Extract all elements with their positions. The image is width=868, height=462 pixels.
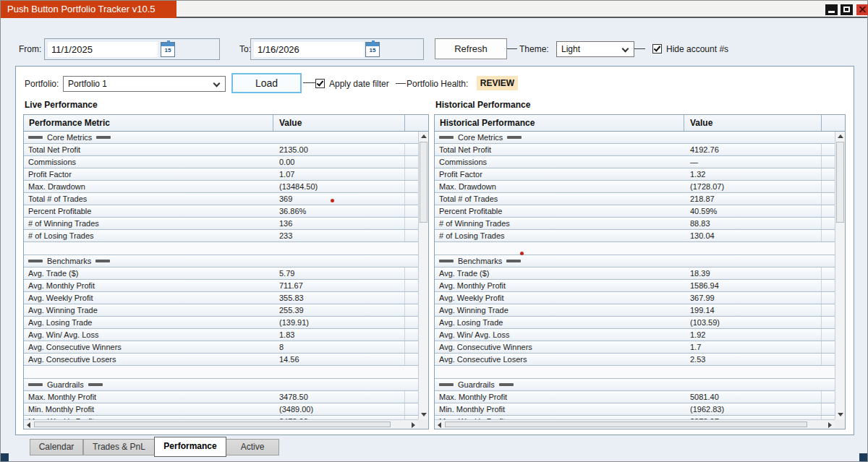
table-row[interactable]: Total # of Trades218.87 — [435, 193, 835, 205]
table-row[interactable]: Avg. Weekly Profit367.99 — [435, 292, 835, 304]
column-header-metric[interactable]: Historical Performance — [435, 115, 684, 131]
scroll-right-icon[interactable] — [828, 422, 832, 428]
table-row[interactable]: Percent Profitable36.86% — [24, 205, 418, 218]
metric-value: 1.83 — [273, 329, 405, 341]
from-date-picker: 15 — [44, 38, 220, 60]
metric-value: 88.83 — [684, 218, 822, 229]
table-row[interactable]: Avg. Winning Trade255.39 — [24, 304, 418, 317]
table-row[interactable]: Max. Drawdown(13484.50) — [24, 181, 418, 193]
table-row[interactable]: Avg. Weekly Profit355.83 — [24, 292, 418, 304]
maximize-button[interactable] — [841, 4, 853, 15]
scroll-right-icon[interactable] — [412, 422, 415, 428]
scrollbar-thumb[interactable] — [34, 422, 391, 427]
table-row[interactable]: Min. Monthly Profit(3489.00) — [24, 403, 418, 416]
row-tail — [822, 181, 835, 192]
row-tail — [405, 280, 418, 291]
horizontal-scrollbar[interactable] — [435, 419, 835, 429]
metric-label: Avg. Weekly Profit — [24, 292, 273, 304]
scroll-left-icon[interactable] — [438, 422, 441, 428]
table-row[interactable]: Avg. Losing Trade(139.91) — [24, 317, 418, 329]
table-row[interactable]: Avg. Win/ Avg. Loss1.92 — [435, 329, 835, 341]
title-bar: Push Button Portfolio Tracker v10.5 — [1, 1, 867, 18]
calendar-icon[interactable]: 15 — [365, 42, 380, 57]
table-row[interactable]: Total Net Profit4192.76 — [435, 144, 835, 156]
table-row[interactable]: Total Net Profit2135.00 — [24, 144, 418, 156]
table-row[interactable]: # of Winning Trades88.83 — [435, 218, 835, 230]
column-header-metric[interactable]: Performance Metric — [24, 115, 273, 131]
tab-performance[interactable]: Performance — [154, 437, 226, 457]
scroll-down-icon[interactable] — [838, 413, 843, 416]
row-tail — [822, 168, 835, 180]
table-row[interactable]: Avg. Losing Trade(103.59) — [435, 317, 835, 329]
refresh-button[interactable]: Refresh — [435, 38, 507, 59]
table-row[interactable]: Avg. Monthly Profit711.67 — [24, 280, 418, 292]
table-row[interactable]: # of Losing Trades130.04 — [435, 230, 835, 242]
table-row[interactable]: Avg. Winning Trade199.14 — [435, 304, 835, 317]
scroll-up-icon[interactable] — [421, 134, 427, 138]
row-tail — [822, 403, 835, 415]
row-tail — [405, 341, 418, 353]
calendar-icon[interactable]: 15 — [161, 42, 175, 57]
table-row[interactable]: Avg. Consecutive Losers14.56 — [24, 354, 418, 366]
column-header-value[interactable]: Value — [684, 115, 822, 131]
section-label: Benchmarks — [458, 255, 502, 267]
table-section-row: Core Metrics — [24, 132, 418, 144]
horizontal-scrollbar[interactable] — [24, 419, 418, 429]
metric-value: 5.79 — [273, 268, 405, 279]
window-corner-decoration — [1, 453, 9, 461]
table-row[interactable]: Total # of Trades369 — [24, 193, 418, 205]
apply-filter-checkbox[interactable] — [315, 79, 325, 88]
section-dash — [28, 260, 43, 262]
table-row[interactable]: Avg. Consecutive Losers2.53 — [435, 354, 835, 366]
table-row[interactable]: # of Losing Trades233 — [24, 230, 418, 242]
table-row[interactable]: # of Winning Trades136 — [24, 218, 418, 230]
table-section-row: Guardrails — [24, 379, 418, 391]
table-row[interactable]: Min. Monthly Profit(1962.83) — [435, 403, 835, 416]
table-row[interactable]: Max. Monthly Profit3478.50 — [24, 391, 418, 403]
table-row[interactable]: Profit Factor1.32 — [435, 168, 835, 181]
table-row[interactable]: Max. Drawdown(1728.07) — [435, 181, 835, 193]
table-row[interactable]: Commissions— — [435, 156, 835, 168]
from-date-input[interactable] — [48, 42, 158, 57]
scrollbar-thumb[interactable] — [420, 142, 427, 223]
scrollbar-thumb[interactable] — [445, 422, 807, 427]
metric-label: Avg. Consecutive Losers — [24, 354, 273, 365]
table-row[interactable]: Profit Factor1.07 — [24, 168, 418, 181]
table-row[interactable]: Avg. Consecutive Winners1.7 — [435, 341, 835, 354]
tab-calendar[interactable]: Calendar — [30, 439, 83, 455]
section-dash — [28, 383, 43, 386]
table-row[interactable]: Avg. Trade ($)5.79 — [24, 268, 418, 280]
theme-select[interactable]: Light — [556, 41, 634, 57]
tab-active[interactable]: Active — [226, 439, 279, 455]
historical-performance-table: Historical Performance Value Core Metric… — [434, 114, 846, 429]
metric-value: 3478.50 — [273, 391, 405, 403]
connector-line — [396, 83, 406, 84]
vertical-scrollbar[interactable] — [835, 132, 845, 419]
tab-trades-pnl[interactable]: Trades & PnL — [83, 439, 155, 455]
row-tail — [822, 341, 835, 353]
portfolio-select[interactable]: Portfolio 1 — [63, 76, 226, 92]
load-button[interactable]: Load — [231, 73, 302, 93]
table-row[interactable]: Avg. Win/ Avg. Loss1.83 — [24, 329, 418, 341]
vertical-scrollbar[interactable] — [418, 132, 428, 419]
table-row[interactable]: Avg. Consecutive Winners8 — [24, 341, 418, 354]
table-row[interactable]: Avg. Monthly Profit1586.94 — [435, 280, 835, 292]
close-button[interactable] — [856, 4, 868, 15]
table-row[interactable]: Max. Monthly Profit5081.40 — [435, 391, 835, 403]
metric-label: Min. Monthly Profit — [435, 403, 684, 415]
table-row[interactable]: Percent Profitable40.59% — [435, 205, 835, 218]
minimize-button[interactable] — [825, 4, 838, 15]
metric-label: # of Losing Trades — [435, 230, 684, 241]
hide-accounts-checkbox[interactable] — [652, 44, 662, 54]
scroll-left-icon[interactable] — [27, 422, 30, 428]
to-date-input[interactable] — [254, 42, 364, 57]
table-row[interactable]: Avg. Trade ($)18.39 — [435, 268, 835, 280]
scrollbar-thumb[interactable] — [836, 142, 844, 223]
table-row[interactable]: Commissions0.00 — [24, 156, 418, 168]
metric-label: Avg. Trade ($) — [24, 268, 273, 279]
metric-label: Total Net Profit — [24, 144, 273, 155]
scroll-down-icon[interactable] — [421, 413, 427, 416]
column-header-value[interactable]: Value — [273, 115, 405, 131]
table-section-row: Benchmarks — [24, 255, 418, 268]
scroll-up-icon[interactable] — [838, 134, 843, 138]
